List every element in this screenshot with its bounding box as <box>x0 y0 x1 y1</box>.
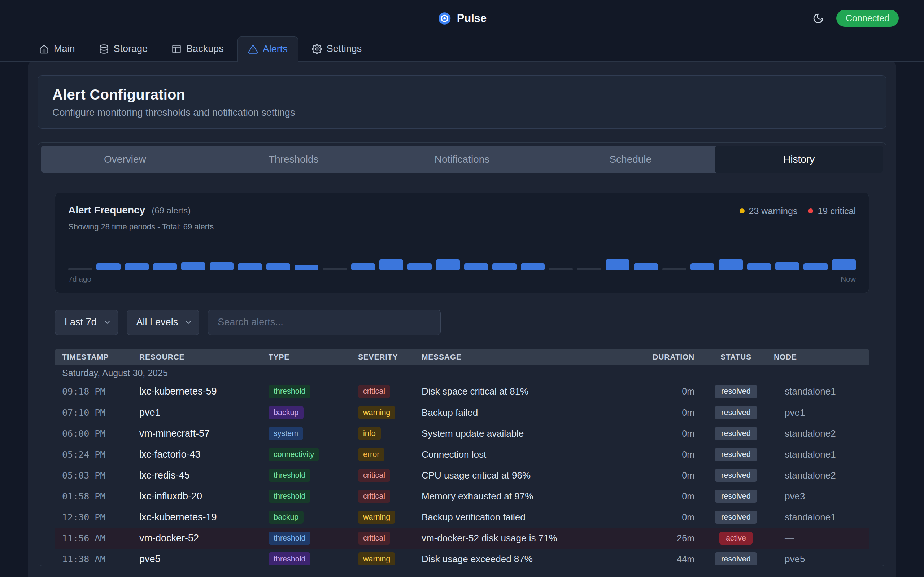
cell-node: — <box>774 533 869 544</box>
cell-duration: 44m <box>630 554 698 564</box>
table-row[interactable]: 09:18 PMlxc-kubernetes-59thresholdcritic… <box>55 381 869 402</box>
cell-message: Disk space critical at 81% <box>422 386 630 397</box>
status-badge: resolved <box>715 469 757 482</box>
sub-tab-overview[interactable]: Overview <box>41 146 209 173</box>
cell-resource: lxc-factorio-43 <box>139 449 268 460</box>
status-badge: resolved <box>715 406 757 419</box>
sub-tab-thresholds[interactable]: Thresholds <box>209 146 378 173</box>
column-header-status: STATUS <box>698 353 774 361</box>
bar-empty <box>549 268 573 271</box>
nav-tab-settings[interactable]: Settings <box>302 36 372 61</box>
table-row[interactable]: 11:56 AMvm-docker-52thresholdcriticalvm-… <box>55 528 869 548</box>
cell-type: threshold <box>268 553 358 566</box>
type-badge: threshold <box>268 385 310 398</box>
bar <box>690 263 714 271</box>
cell-timestamp: 01:58 PM <box>62 491 139 501</box>
cell-message: Connection lost <box>422 449 630 460</box>
time-range-select[interactable]: Last 7d <box>55 310 118 335</box>
gear-icon <box>312 44 322 54</box>
cell-message: Backup verification failed <box>422 512 630 523</box>
level-select[interactable]: All Levels <box>127 310 200 335</box>
table-row[interactable]: 01:58 PMlxc-influxdb-20thresholdcritical… <box>55 486 869 507</box>
sub-tab-history[interactable]: History <box>715 146 883 173</box>
alert-history-table: TIMESTAMPRESOURCETYPESEVERITYMESSAGEDURA… <box>55 349 869 569</box>
bar-empty <box>577 268 601 271</box>
status-badge: resolved <box>715 448 757 461</box>
nav-tab-main[interactable]: Main <box>29 36 85 61</box>
table-header-row: TIMESTAMPRESOURCETYPESEVERITYMESSAGEDURA… <box>55 349 869 365</box>
theme-toggle-button[interactable] <box>813 13 824 24</box>
bar <box>380 259 403 271</box>
connection-status-badge: Connected <box>836 10 899 27</box>
cell-message: vm-docker-52 disk usage is 71% <box>422 533 630 544</box>
column-header-resource: RESOURCE <box>139 353 268 361</box>
bar <box>436 259 460 271</box>
sub-tab-notifications[interactable]: Notifications <box>378 146 546 173</box>
search-input[interactable] <box>208 310 441 335</box>
cell-status: resolved <box>698 448 774 461</box>
column-header-severity: SEVERITY <box>358 353 422 361</box>
table-row[interactable]: 07:10 PMpve1backupwarningBackup failed0m… <box>55 402 869 423</box>
cell-severity: info <box>358 427 422 440</box>
type-badge: backup <box>268 406 304 419</box>
cell-node: standalone2 <box>774 428 869 439</box>
cell-resource: pve1 <box>139 407 268 418</box>
table-row[interactable]: 11:38 AMpve5thresholdwarningDisk usage e… <box>55 548 869 569</box>
cell-timestamp: 09:18 PM <box>62 386 139 397</box>
level-value: All Levels <box>136 317 178 328</box>
nav-tab-label: Settings <box>327 43 362 55</box>
sub-tab-schedule[interactable]: Schedule <box>546 146 715 173</box>
cell-resource: lxc-redis-45 <box>139 470 268 481</box>
cell-timestamp: 07:10 PM <box>62 408 139 418</box>
column-header-type: TYPE <box>268 353 358 361</box>
cell-severity: warning <box>358 406 422 419</box>
severity-badge: warning <box>358 511 395 524</box>
cell-duration: 0m <box>630 386 698 397</box>
table-date-group: Saturday, August 30, 2025 <box>55 365 869 381</box>
bar <box>238 263 262 271</box>
cell-node: pve3 <box>774 491 869 502</box>
table-row[interactable]: 05:24 PMlxc-factorio-43connectivityerror… <box>55 444 869 465</box>
moon-icon <box>813 13 824 24</box>
nav-tab-backups[interactable]: Backups <box>162 36 234 61</box>
page-title: Alert Configuration <box>52 87 872 103</box>
axis-start-label: 7d ago <box>68 275 91 284</box>
bar <box>210 262 234 271</box>
cell-message: Backup failed <box>422 407 630 418</box>
table-row[interactable]: 06:00 PMvm-minecraft-57systeminfoSystem … <box>55 423 869 444</box>
cell-severity: critical <box>358 532 422 545</box>
cell-timestamp: 11:56 AM <box>62 533 139 543</box>
status-badge: resolved <box>715 511 757 524</box>
bar <box>407 263 431 271</box>
column-header-duration: DURATION <box>630 353 698 361</box>
cell-status: resolved <box>698 406 774 419</box>
nav-tab-label: Backups <box>186 43 224 55</box>
storage-icon <box>99 44 109 54</box>
nav-tab-storage[interactable]: Storage <box>89 36 158 61</box>
filters-row: Last 7d All Levels <box>55 310 869 335</box>
cell-resource: pve5 <box>139 554 268 565</box>
cell-timestamp: 11:38 AM <box>62 554 139 564</box>
status-badge: resolved <box>715 490 757 503</box>
bar <box>606 259 630 271</box>
time-range-value: Last 7d <box>65 317 97 328</box>
column-header-node: NODE <box>774 353 869 361</box>
table-row[interactable]: 12:30 PMlxc-kubernetes-19backupwarningBa… <box>55 507 869 528</box>
cell-timestamp: 06:00 PM <box>62 429 139 439</box>
cell-severity: warning <box>358 553 422 566</box>
cell-severity: critical <box>358 469 422 482</box>
status-badge: resolved <box>715 553 757 566</box>
legend-dot-icon <box>808 208 813 213</box>
severity-badge: critical <box>358 532 390 545</box>
table-row[interactable]: 05:03 PMlxc-redis-45thresholdcriticalCPU… <box>55 465 869 486</box>
cell-resource: lxc-kubernetes-59 <box>139 386 268 397</box>
bar <box>775 262 799 271</box>
cell-node: standalone1 <box>774 449 869 460</box>
chart-legend: 23 warnings19 critical <box>740 206 856 216</box>
cell-status: resolved <box>698 511 774 524</box>
cell-type: threshold <box>268 490 358 503</box>
nav-tab-alerts[interactable]: Alerts <box>237 36 298 62</box>
bar <box>96 263 120 271</box>
legend-item: 19 critical <box>808 206 856 216</box>
cell-message: CPU usage critical at 96% <box>422 470 630 481</box>
